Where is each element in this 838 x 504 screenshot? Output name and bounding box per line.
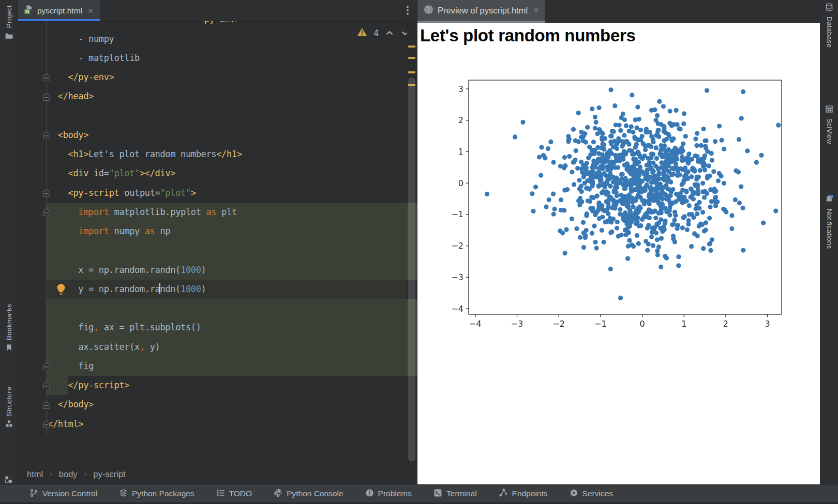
code-line-11[interactable]: import matplotlib.pyplot as plt bbox=[48, 203, 237, 222]
globe-icon bbox=[424, 5, 433, 17]
stripe-label: Structure bbox=[5, 387, 13, 416]
code-line-5[interactable]: </head> bbox=[48, 87, 94, 106]
statusbar-item-python-packages[interactable]: Python Packages bbox=[119, 488, 194, 499]
editor-tab-bar: H pyscript.html ✕ bbox=[18, 0, 417, 22]
services-icon bbox=[570, 488, 578, 499]
code-line-2[interactable]: - numpy bbox=[48, 29, 114, 49]
code-line-20[interactable]: </py-script> bbox=[48, 376, 129, 395]
close-icon[interactable]: ✕ bbox=[87, 7, 94, 15]
stripe-button-project[interactable]: Project bbox=[0, 5, 18, 42]
fold-marker[interactable] bbox=[42, 131, 51, 140]
stripe-label: SciView bbox=[826, 118, 833, 144]
fold-marker[interactable] bbox=[42, 93, 51, 101]
stripe-button-notifications[interactable]: Notifications bbox=[820, 194, 838, 249]
code-line-9[interactable]: <div id="plot"></div> bbox=[48, 164, 175, 183]
bookmark-icon bbox=[5, 344, 13, 353]
endpoints-icon bbox=[499, 488, 508, 499]
browser-preview: Let's plot random numbers bbox=[417, 23, 820, 485]
chevron-up-icon[interactable] bbox=[385, 28, 394, 38]
code-line-12[interactable]: import numpy as np bbox=[48, 222, 170, 241]
gutter-fold-line bbox=[46, 21, 47, 435]
fold-marker[interactable] bbox=[42, 189, 51, 197]
statusbar-item-version-control[interactable]: Version Control bbox=[29, 488, 97, 499]
database-icon bbox=[825, 3, 833, 13]
ide-window: ProjectBookmarksStructure H pyscript.htm… bbox=[0, 0, 838, 504]
code-line-4[interactable]: </py-env> bbox=[48, 68, 114, 87]
breadcrumb-html[interactable]: html bbox=[27, 469, 43, 479]
statusbar-item-terminal[interactable]: Terminal bbox=[433, 488, 477, 499]
code-line-19[interactable]: fig bbox=[48, 357, 94, 376]
stripe-button-structure[interactable]: Structure bbox=[0, 387, 18, 429]
fold-marker[interactable] bbox=[42, 208, 51, 217]
fold-marker[interactable] bbox=[42, 73, 51, 82]
code-line-22[interactable]: </html> bbox=[48, 415, 83, 434]
statusbar-item-label: Problems bbox=[378, 489, 412, 498]
statusbar-item-problems[interactable]: Problems bbox=[365, 488, 412, 499]
python-icon bbox=[274, 488, 282, 499]
fold-marker[interactable] bbox=[42, 401, 51, 409]
statusbar-item-label: Python Console bbox=[287, 489, 343, 498]
stripe-label: Bookmarks bbox=[5, 304, 13, 340]
git-branch-icon bbox=[29, 488, 38, 499]
code-line-10[interactable]: <py-script output="plot"> bbox=[48, 184, 196, 203]
code-line-14[interactable]: x = np.random.randn(1000) bbox=[48, 261, 206, 280]
warning-mark[interactable] bbox=[408, 45, 415, 48]
tool-window-bar: Version ControlPython PackagesTODOPython… bbox=[0, 484, 838, 502]
stripe-button-database[interactable]: Database bbox=[820, 3, 838, 48]
todo-list-icon bbox=[216, 488, 225, 499]
warning-mark[interactable] bbox=[408, 57, 415, 59]
code-line-8[interactable]: <h1>Let's plot random numbers</h1> bbox=[48, 145, 242, 164]
code-line-7[interactable]: <body> bbox=[48, 126, 88, 145]
statusbar-item-python-console[interactable]: Python Console bbox=[274, 488, 343, 499]
chevron-right-icon: › bbox=[84, 470, 87, 478]
stripe-button-sciview[interactable]: SciView bbox=[820, 105, 838, 144]
code-line-21[interactable]: </body> bbox=[48, 395, 94, 414]
bell-icon bbox=[825, 194, 834, 205]
kebab-menu-icon[interactable] bbox=[400, 3, 415, 18]
lightbulb-icon[interactable] bbox=[55, 283, 67, 295]
folder-icon bbox=[5, 32, 13, 42]
statusbar-item-label: Version Control bbox=[42, 489, 97, 498]
editor-tab-label: pyscript.html bbox=[37, 6, 82, 16]
statusbar-item-label: Python Packages bbox=[132, 489, 194, 498]
breadcrumb-body[interactable]: body bbox=[59, 469, 78, 479]
stripe-label: Project bbox=[5, 5, 13, 28]
structure-icon bbox=[5, 420, 13, 429]
fold-marker[interactable] bbox=[42, 420, 51, 429]
code-editor[interactable]: 4 <py-env> - numpy - matplotlib </py-env… bbox=[18, 21, 407, 463]
inspections-widget[interactable]: 4 bbox=[357, 27, 407, 39]
problems-icon bbox=[365, 488, 374, 499]
left-tool-stripe: ProjectBookmarksStructure bbox=[0, 0, 18, 504]
stripe-label: Notifications bbox=[826, 209, 833, 249]
fold-marker[interactable] bbox=[42, 381, 51, 390]
statusbar-item-endpoints[interactable]: Endpoints bbox=[499, 488, 548, 499]
chevron-down-icon[interactable] bbox=[400, 28, 407, 38]
tab-preview-pyscript-html[interactable]: Preview of pyscript.html ✕ bbox=[417, 0, 545, 21]
breadcrumb: html › body › py-script bbox=[18, 463, 417, 485]
fold-marker[interactable] bbox=[42, 362, 51, 371]
code-line-17[interactable]: fig, ax = plt.subplots() bbox=[48, 318, 201, 337]
preview-pane: Preview of pyscript.html ✕ Let's plot ra… bbox=[417, 0, 820, 504]
stripe-button-bookmarks[interactable]: Bookmarks bbox=[0, 304, 18, 353]
editor-error-stripe[interactable] bbox=[407, 21, 417, 463]
scrollbar-thumb[interactable] bbox=[408, 78, 415, 462]
breadcrumb-py-script[interactable]: py-script bbox=[93, 469, 125, 479]
close-icon[interactable]: ✕ bbox=[533, 6, 539, 14]
warning-mark[interactable] bbox=[408, 71, 415, 73]
code-line-1[interactable]: <py-env> bbox=[199, 21, 240, 29]
statusbar-item-services[interactable]: Services bbox=[570, 488, 613, 499]
code-line-3[interactable]: - matplotlib bbox=[48, 49, 140, 68]
statusbar-item-todo[interactable]: TODO bbox=[216, 488, 252, 499]
warning-triangle-icon bbox=[357, 27, 367, 39]
right-tool-stripe: DatabaseSciViewNotifications bbox=[820, 0, 838, 504]
html-file-icon: H bbox=[24, 5, 33, 17]
warning-count: 4 bbox=[373, 28, 379, 38]
code-line-15[interactable]: y = np.random.randn(1000) bbox=[48, 280, 206, 299]
editor-pane: H pyscript.html ✕ 4 <py-env> - numpy - m… bbox=[18, 0, 417, 504]
code-line-18[interactable]: ax.scatter(x, y) bbox=[48, 338, 160, 357]
scatter-plot bbox=[417, 23, 820, 485]
chevron-right-icon: › bbox=[50, 470, 52, 478]
tab-pyscript-html[interactable]: H pyscript.html ✕ bbox=[18, 0, 100, 21]
statusbar-item-label: Terminal bbox=[446, 489, 477, 498]
statusbar-item-label: Services bbox=[582, 489, 613, 498]
